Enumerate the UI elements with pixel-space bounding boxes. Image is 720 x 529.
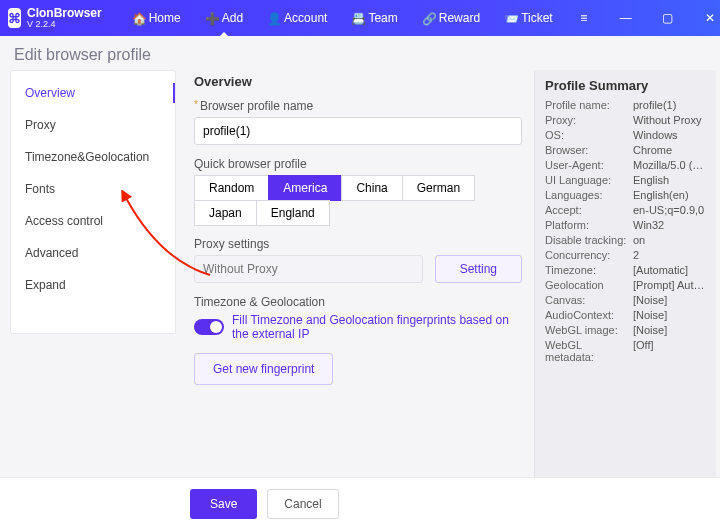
sidebar-item-fonts[interactable]: Fonts [11, 173, 175, 205]
summary-key: Languages: [545, 189, 627, 201]
summary-value: English(en) [633, 189, 706, 201]
quick-profile-group: Random America China German Japan Englan… [194, 175, 522, 225]
sidebar-item-proxy[interactable]: Proxy [11, 109, 175, 141]
summary-value: Chrome [633, 144, 706, 156]
summary-row: Profile name:profile(1) [545, 99, 706, 111]
summary-key: Platform: [545, 219, 627, 231]
quick-german[interactable]: German [402, 175, 475, 201]
nav-label: Reward [439, 11, 480, 25]
summary-row: WebGL image:[Noise] [545, 324, 706, 336]
quick-england[interactable]: England [256, 200, 330, 226]
tz-heading: Timezone & Geolocation [194, 295, 522, 309]
save-button[interactable]: Save [190, 489, 257, 519]
summary-row: Proxy:Without Proxy [545, 114, 706, 126]
summary-key: WebGL metadata: [545, 339, 627, 363]
summary-row: Timezone:[Automatic] [545, 264, 706, 276]
quick-random[interactable]: Random [194, 175, 269, 201]
proxy-input [194, 255, 423, 283]
nav-add[interactable]: ➕Add [193, 0, 255, 36]
nav-label: Add [222, 11, 243, 25]
nav-reward[interactable]: 🔗Reward [410, 0, 492, 36]
nav-label: Account [284, 11, 327, 25]
sidebar-item-overview[interactable]: Overview [11, 77, 175, 109]
tz-toggle[interactable] [194, 319, 224, 335]
main-panel: Overview *Browser profile name Quick bro… [176, 70, 534, 477]
share-icon: 🔗 [422, 12, 434, 24]
summary-value: 2 [633, 249, 706, 261]
summary-panel: Profile Summary Profile name:profile(1)P… [534, 70, 716, 477]
nav-account[interactable]: 👤Account [255, 0, 339, 36]
quick-label: Quick browser profile [194, 157, 522, 171]
summary-value: [Off] [633, 339, 706, 363]
sidebar-item-tzgeo[interactable]: Timezone&Geolocation [11, 141, 175, 173]
nav-home[interactable]: 🏠Home [120, 0, 193, 36]
summary-row: User-Agent:Mozilla/5.0 (Windows NT 1... [545, 159, 706, 171]
sidebar-item-access-control[interactable]: Access control [11, 205, 175, 237]
summary-row: Accept:en-US;q=0.9,0 [545, 204, 706, 216]
summary-row: Browser:Chrome [545, 144, 706, 156]
summary-title: Profile Summary [545, 78, 706, 93]
minimize-button[interactable]: — [607, 4, 645, 32]
profile-name-input[interactable] [194, 117, 522, 145]
summary-row: Canvas:[Noise] [545, 294, 706, 306]
summary-key: Profile name: [545, 99, 627, 111]
nav-ticket[interactable]: 📨Ticket [492, 0, 565, 36]
summary-value: [Noise] [633, 309, 706, 321]
summary-value: profile(1) [633, 99, 706, 111]
sidebar: Overview Proxy Timezone&Geolocation Font… [10, 70, 176, 334]
nav-label: Home [149, 11, 181, 25]
window-controls: ≡ — ▢ ✕ [565, 4, 720, 32]
user-icon: 👤 [267, 12, 279, 24]
name-label: *Browser profile name [194, 99, 522, 113]
send-icon: 📨 [504, 12, 516, 24]
summary-value: Windows [633, 129, 706, 141]
summary-row: Platform:Win32 [545, 219, 706, 231]
tz-toggle-label: Fill Timezone and Geolocation fingerprin… [232, 313, 522, 341]
summary-key: Timezone: [545, 264, 627, 276]
nav-label: Ticket [521, 11, 553, 25]
summary-row: UI Language:English [545, 174, 706, 186]
summary-key: Disable tracking: [545, 234, 627, 246]
titlebar: ⌘ ClonBrowser V 2.2.4 🏠Home ➕Add 👤Accoun… [0, 0, 720, 36]
maximize-button[interactable]: ▢ [649, 4, 687, 32]
summary-value: [Prompt] Automatic [633, 279, 706, 291]
summary-key: OS: [545, 129, 627, 141]
quick-japan[interactable]: Japan [194, 200, 257, 226]
summary-row: Geolocation[Prompt] Automatic [545, 279, 706, 291]
summary-row: WebGL metadata:[Off] [545, 339, 706, 363]
summary-row: OS:Windows [545, 129, 706, 141]
app-version: V 2.2.4 [27, 20, 102, 29]
get-fingerprint-button[interactable]: Get new fingerprint [194, 353, 333, 385]
summary-row: Languages:English(en) [545, 189, 706, 201]
team-icon: 📇 [351, 12, 363, 24]
top-nav: 🏠Home ➕Add 👤Account 📇Team 🔗Reward 📨Ticke… [120, 0, 565, 36]
app-logo: ⌘ [8, 8, 21, 28]
quick-america[interactable]: America [268, 175, 342, 201]
summary-key: AudioContext: [545, 309, 627, 321]
summary-key: Concurrency: [545, 249, 627, 261]
sidebar-item-advanced[interactable]: Advanced [11, 237, 175, 269]
cancel-button[interactable]: Cancel [267, 489, 338, 519]
summary-row: Disable tracking:on [545, 234, 706, 246]
close-button[interactable]: ✕ [691, 4, 720, 32]
proxy-setting-button[interactable]: Setting [435, 255, 522, 283]
page-title: Edit browser profile [0, 36, 720, 70]
proxy-label: Proxy settings [194, 237, 522, 251]
summary-value: [Noise] [633, 324, 706, 336]
quick-china[interactable]: China [341, 175, 402, 201]
plus-icon: ➕ [205, 12, 217, 24]
summary-value: Win32 [633, 219, 706, 231]
nav-team[interactable]: 📇Team [339, 0, 409, 36]
summary-key: Browser: [545, 144, 627, 156]
overview-heading: Overview [194, 74, 522, 89]
summary-value: Without Proxy [633, 114, 706, 126]
menu-icon[interactable]: ≡ [565, 4, 603, 32]
summary-key: Geolocation [545, 279, 627, 291]
summary-row: AudioContext:[Noise] [545, 309, 706, 321]
sidebar-item-expand[interactable]: Expand [11, 269, 175, 301]
app-name: ClonBrowser [27, 7, 102, 20]
summary-value: en-US;q=0.9,0 [633, 204, 706, 216]
home-icon: 🏠 [132, 12, 144, 24]
summary-key: Canvas: [545, 294, 627, 306]
nav-label: Team [368, 11, 397, 25]
